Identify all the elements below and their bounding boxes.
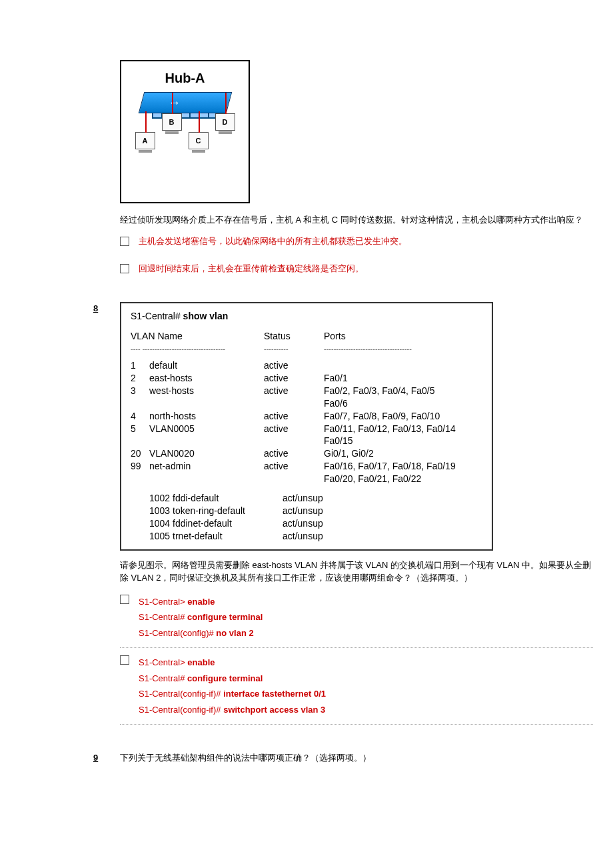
vlan-row: 3west-hostsactiveFa0/2, Fa0/3, Fa0/4, Fa… — [131, 385, 482, 397]
col-vlan-name: VLAN Name — [131, 330, 264, 343]
hub-arrows-icon: ↔ — [168, 94, 180, 112]
cmd-line: S1-Central# configure terminal — [139, 672, 326, 685]
cmd-line: S1-Central> enable — [139, 656, 326, 669]
cmd-line: S1-Central(config-if)# switchport access… — [139, 703, 326, 717]
q7-option-1-text: 主机会发送堵塞信号，以此确保网络中的所有主机都获悉已发生冲突。 — [139, 235, 407, 248]
separator — [120, 647, 593, 648]
question-9-block: 下列关于无线基础架构组件的说法中哪两项正确？（选择两项。） — [120, 751, 593, 765]
q8-answer-2: S1-Central> enableS1-Central# configure … — [139, 653, 326, 719]
q7-option-1: 主机会发送堵塞信号，以此确保网络中的所有主机都获悉已发生冲突。 — [120, 235, 593, 248]
col-status: Status — [264, 330, 324, 343]
hub-diagram: Hub-A ↔ A B C D — [120, 60, 250, 203]
vlan-rows: 1defaultactive2east-hostsactiveFa0/13wes… — [131, 359, 482, 485]
host-b: B — [162, 113, 182, 131]
checkbox-icon[interactable] — [120, 264, 129, 273]
q7-option-2: 回退时间结束后，主机会在重传前检查确定线路是否空闲。 — [120, 262, 593, 275]
vlan-header: VLAN Name Status Ports — [131, 330, 482, 343]
separator — [120, 724, 593, 725]
checkbox-icon[interactable] — [120, 655, 129, 665]
vlan-row: 5VLAN0005activeFa0/11, Fa0/12, Fa0/13, F… — [131, 423, 482, 435]
vlan-row: 1002 fddi-defaultact/unsup — [131, 492, 482, 505]
checkbox-icon[interactable] — [120, 237, 129, 246]
command: show vlan — [183, 311, 229, 321]
hub-title: Hub-A — [165, 68, 205, 88]
vlan-row: 20VLAN0020activeGi0/1, Gi0/2 — [131, 447, 482, 460]
prompt: S1-Central# — [131, 311, 183, 321]
vlan-row: 1003 token-ring-defaultact/unsup — [131, 505, 482, 517]
host-d: D — [215, 113, 235, 131]
vlan-row: Fa0/15 — [131, 435, 482, 447]
vlan-row: 1005 trnet-defaultact/unsup — [131, 530, 482, 543]
checkbox-icon[interactable] — [120, 595, 129, 604]
question-7-block: Hub-A ↔ A B C D 经过侦听发现网络介质上不存在信号后，主机 A 和… — [120, 60, 593, 275]
cmd-line: S1-Central(config-if)# interface fasteth… — [139, 687, 326, 701]
vlan-output-box: S1-Central# show vlan VLAN Name Status P… — [120, 302, 493, 551]
cmd-line: S1-Central(config)# no vlan 2 — [139, 627, 263, 640]
hub-body: ↔ — [138, 92, 232, 113]
question-number-9: 9 — [93, 751, 98, 765]
q7-text: 经过侦听发现网络介质上不存在信号后，主机 A 和主机 C 同时传送数据。针对这种… — [120, 213, 593, 227]
q8-answer-1: S1-Central> enableS1-Central# configure … — [139, 593, 263, 643]
vlan-row: 4north-hostsactiveFa0/7, Fa0/8, Fa0/9, F… — [131, 410, 482, 423]
vlan-row: 99net-adminactiveFa0/16, Fa0/17, Fa0/18,… — [131, 460, 482, 473]
col-ports: Ports — [324, 330, 482, 343]
question-number-8: 8 — [93, 302, 98, 315]
vlan-default-rows: 1002 fddi-defaultact/unsup1003 token-rin… — [131, 492, 482, 543]
question-8-block: S1-Central# show vlan VLAN Name Status P… — [120, 302, 593, 725]
q8-option-1: S1-Central> enableS1-Central# configure … — [120, 593, 593, 643]
vlan-row: 1004 fddinet-defaultact/unsup — [131, 517, 482, 530]
host-a: A — [135, 132, 155, 149]
hosts-row: A B C D — [135, 132, 235, 149]
vlan-row: 2east-hostsactiveFa0/1 — [131, 372, 482, 385]
q8-text: 请参见图示。网络管理员需要删除 east-hosts VLAN 并将属于该 VL… — [120, 559, 593, 585]
vlan-row: Fa0/20, Fa0/21, Fa0/22 — [131, 473, 482, 485]
vlan-command-line: S1-Central# show vlan — [131, 310, 482, 323]
vlan-row: 1defaultactive — [131, 359, 482, 372]
vlan-divider: ---- ---------------------------------- … — [131, 344, 482, 354]
host-c: C — [189, 132, 209, 149]
q7-option-2-text: 回退时间结束后，主机会在重传前检查确定线路是否空闲。 — [139, 262, 364, 275]
cmd-line: S1-Central# configure terminal — [139, 611, 263, 624]
q8-option-2: S1-Central> enableS1-Central# configure … — [120, 653, 593, 719]
vlan-row: Fa0/6 — [131, 397, 482, 410]
cmd-line: S1-Central> enable — [139, 595, 263, 609]
q9-text: 下列关于无线基础架构组件的说法中哪两项正确？（选择两项。） — [120, 751, 593, 765]
